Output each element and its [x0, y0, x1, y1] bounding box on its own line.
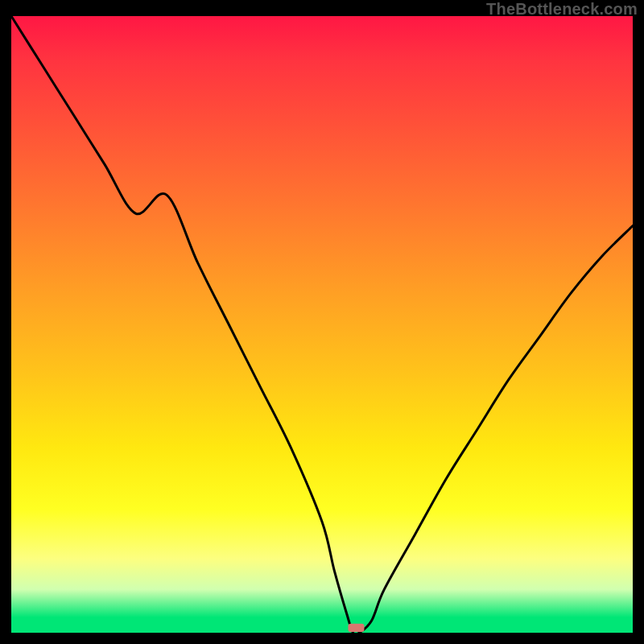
curve-layer	[11, 16, 633, 633]
chart-stage: TheBottleneck.com	[0, 0, 644, 644]
sweet-spot-marker	[348, 624, 364, 632]
plot-area	[11, 16, 633, 633]
bottleneck-curve	[11, 16, 633, 633]
